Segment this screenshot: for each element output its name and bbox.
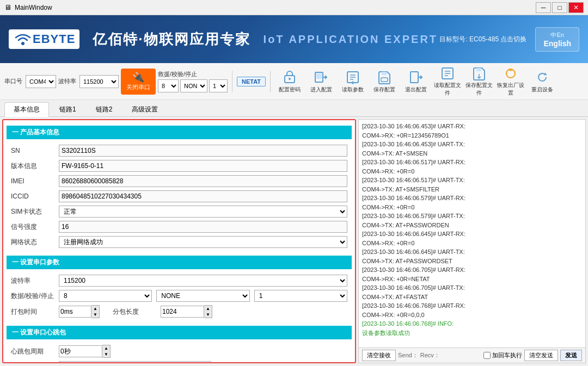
hb-period-up[interactable]: ▲ [102,345,110,351]
log-entry-1: [2023-10-30 16:46:06.453]# UART-RX: COM4… [362,122,582,140]
data-check-label: 数据/校验/停止 [11,291,54,301]
sn-label: SN [11,147,54,154]
pack-time-up[interactable]: ▲ [91,306,99,312]
heartbeat-data-row: 心跳包数据 HEX [11,361,347,363]
port-label: 串口号 [4,77,22,85]
stop-select[interactable]: 1 [254,290,347,302]
parity-select[interactable]: NONE [156,290,249,302]
sn-input[interactable] [59,145,347,157]
log-entry-9: [2023-10-30 16:46:06.705]# UART-RX: COM4… [362,265,582,283]
svg-point-0 [21,42,24,45]
target-device[interactable]: 目标型号: EC05-485 点击切换 [439,35,526,44]
heartbeat-period-row: 心跳包周期 ▲ ▼ [11,345,347,358]
log-entry-6: [2023-10-30 16:46:06.579]# UART-TX: COM4… [362,212,582,229]
log-entry-5: [2023-10-30 16:46:06.579]# UART-RX: COM4… [362,194,582,212]
baud-select[interactable]: 115200 [79,75,119,88]
pack-len-spin: ▲ ▼ [161,305,212,318]
save-config-label: 保存配置 [373,86,395,94]
clear-send-button[interactable]: 清空发送 [524,350,558,361]
net-status-select[interactable]: 注册网络成功 [59,236,347,248]
language-button[interactable]: 中En English [535,27,579,52]
sim-status-select[interactable]: 正常 [59,206,347,218]
restore-icon [503,66,518,80]
read-params-button[interactable]: 读取参数 [338,67,367,96]
port-select[interactable]: COM4 [26,75,56,88]
save-config-button[interactable]: 保存配置 [370,67,399,96]
product-info-content: SN 版本信息 IMEI ICCID SIM卡状态 正常 [7,142,352,253]
wifi-icon [13,32,33,47]
data-select[interactable]: 8 [59,290,152,302]
close-port-button[interactable]: 🔌 关闭串口 [121,69,156,95]
sn-row: SN [11,145,347,157]
netat-badge: NETAT [237,77,266,86]
exit-config-button[interactable]: 退出配置 [401,67,431,96]
svg-point-2 [289,78,291,80]
baud-label: 波特率 [58,77,76,85]
svg-rect-6 [382,72,387,75]
add-cr-label: 加回车执行 [492,351,522,359]
check-select-2[interactable]: NONE [180,79,207,92]
port-group: 串口号 COM4 波特率 115200 [4,75,119,88]
net-status-row: 网络状态 注册网络成功 [11,236,347,248]
pack-len-down[interactable]: ▼ [204,312,212,318]
hb-period-down[interactable]: ▼ [102,351,110,357]
heartbeat-content: 心跳包周期 ▲ ▼ 心跳包数据 HEX [7,343,352,363]
tab-basic-info[interactable]: 基本信息 [4,102,49,117]
read-file-button[interactable]: 读取配置文件 [433,67,462,96]
tab-link2[interactable]: 链路2 [87,102,122,116]
pack-len-up[interactable]: ▲ [204,306,212,312]
restore-button[interactable]: 恢复出厂设置 [496,67,525,96]
iccid-row: ICCID [11,190,347,202]
check-select-1[interactable]: 8 [158,79,179,92]
baud-rate-select[interactable]: 115200 [59,275,347,287]
lang-label: English [543,39,571,48]
send-label: Send： [398,351,418,359]
save-file-icon [471,66,487,80]
read-params-icon [345,70,360,85]
minimize-button[interactable]: ─ [536,2,551,13]
save-file-button[interactable]: 保存配置文件 [464,67,494,96]
pack-time-input[interactable] [59,306,91,318]
restart-button[interactable]: 重启设备 [528,67,557,96]
tab-link1[interactable]: 链路1 [50,102,85,116]
sim-status-row: SIM卡状态 正常 [11,206,347,218]
send-button[interactable]: 发送 [560,350,582,361]
heartbeat-data-input[interactable] [59,361,211,363]
heartbeat-header: 一 设置串口心跳包 [7,326,352,339]
pack-time-label: 打包时间 [11,307,54,317]
right-panel: [2023-10-30 16:46:06.453]# UART-RX: COM4… [358,119,586,363]
read-params-label: 读取参数 [342,86,364,94]
svg-rect-8 [411,72,418,83]
enter-config-button[interactable]: 进入配置 [307,67,336,96]
enter-config-label: 进入配置 [310,86,332,94]
config-pwd-label: 配置密码 [279,86,301,94]
data-check-row: 数据/校验/停止 8 NONE 1 [11,290,347,302]
iccid-input[interactable] [59,190,347,202]
config-pwd-button[interactable]: 配置密码 [275,67,304,96]
heartbeat-period-input[interactable] [59,345,102,357]
pack-time-spin: ▲ ▼ [59,305,100,318]
log-entry-12: [2023-10-30 16:46:06.768]# INFO: 设备参数读取成… [362,319,582,337]
pack-time-down[interactable]: ▼ [91,312,99,318]
version-input[interactable] [59,160,347,172]
svg-rect-10 [476,68,481,71]
header-banner: EBYTE 亿佰特·物联网应用专家 IoT APPLICATION EXPERT… [0,15,588,63]
add-cr-checkbox[interactable] [483,352,491,359]
maximize-button[interactable]: □ [552,2,567,13]
app-title: MainWindow [15,4,52,11]
svg-rect-4 [316,73,322,79]
config-pwd-icon [282,70,297,85]
pack-len-input[interactable] [161,306,204,318]
toolbar: 串口号 COM4 波特率 115200 🔌 关闭串口 救援/校验/停止 8 NO… [0,63,588,100]
add-cr-wrap: 加回车执行 [483,351,522,359]
version-row: 版本信息 [11,160,347,172]
title-bar: 🖥 MainWindow ─ □ ✕ [0,0,588,15]
close-button[interactable]: ✕ [568,2,584,13]
heartbeat-data-label: 心跳包数据 [11,363,54,364]
read-file-label: 读取配置文件 [433,82,462,97]
imei-input[interactable] [59,175,347,187]
check-select-3[interactable]: 1 [209,79,228,92]
signal-input[interactable] [59,221,347,233]
tab-advanced[interactable]: 高级设置 [122,102,167,116]
clear-recv-button[interactable]: 清空接收 [362,350,396,361]
